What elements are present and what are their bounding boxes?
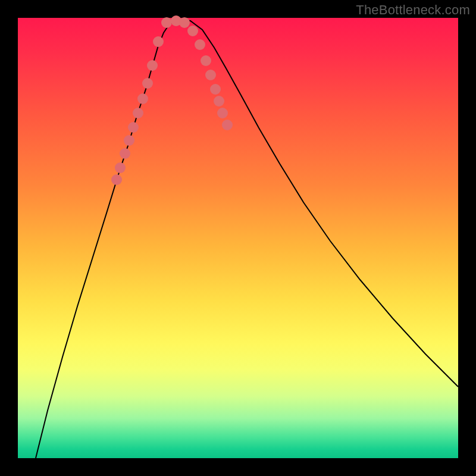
watermark-text: TheBottleneck.com: [356, 2, 470, 18]
marker-dot: [137, 93, 148, 104]
plot-area: [18, 18, 458, 458]
curve-svg: [18, 18, 458, 458]
marker-dot: [214, 96, 224, 107]
marker-dot: [217, 108, 228, 118]
marker-dot: [210, 84, 221, 95]
marker-dot: [187, 26, 198, 36]
marker-dot: [124, 135, 134, 146]
marker-dot: [179, 17, 190, 28]
marker-dot: [128, 122, 139, 133]
marker-dot: [205, 70, 216, 80]
marker-dot: [111, 174, 122, 185]
marker-dot: [147, 60, 158, 71]
marker-dot: [161, 17, 172, 28]
marker-dot: [222, 120, 233, 130]
marker-dot: [133, 108, 143, 118]
marker-dot: [120, 148, 130, 159]
marker-dot: [142, 78, 153, 89]
chart-frame: TheBottleneck.com: [0, 0, 476, 476]
marker-dot: [153, 36, 164, 47]
marker-dot: [201, 55, 211, 66]
bottleneck-curve: [36, 21, 458, 458]
marker-dot: [115, 162, 126, 173]
marker-dot: [195, 39, 205, 50]
dots-group: [111, 15, 233, 185]
